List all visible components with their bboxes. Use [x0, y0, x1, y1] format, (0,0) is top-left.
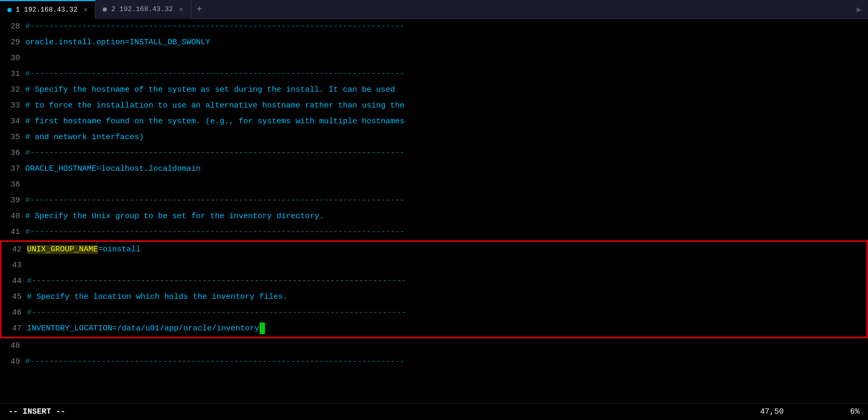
tab-1[interactable]: 1 192.168.43.32 ✕	[0, 0, 95, 19]
highlight-key-42: UNIX_GROUP_NAME	[27, 245, 98, 254]
status-position: 47,50 6%	[760, 407, 860, 416]
line-33: 33 # to force the installation to use an…	[0, 98, 868, 114]
line-32: 32 # Specify the hostname of the system …	[0, 82, 868, 98]
line-48: 48	[0, 338, 868, 354]
tab-2-indicator	[103, 7, 107, 12]
line-47: 47 INVENTORY_LOCATION=/data/u01/app/orac…	[2, 321, 866, 337]
tab-1-close[interactable]: ✕	[84, 6, 87, 14]
line-35: 35 # and network interfaces)	[0, 130, 868, 145]
editor-area: 28 #------------------------------------…	[0, 19, 868, 403]
line-49: 49 #------------------------------------…	[0, 354, 868, 370]
line-34: 34 # first hostname found on the system.…	[0, 114, 868, 130]
line-37: 37 ORACLE_HOSTNAME=localhost.localdomain	[0, 161, 868, 177]
tab-1-label: 1 192.168.43.32	[16, 6, 77, 14]
line-45: 45 # Specify the location which holds th…	[2, 289, 866, 305]
line-28: 28 #------------------------------------…	[0, 19, 868, 35]
tab-bar: 1 192.168.43.32 ✕ 2 192.168.43.32 ✕ + ▶	[0, 0, 868, 19]
cursor	[260, 323, 265, 334]
line-30: 30	[0, 51, 868, 66]
line-40: 40 # Specify the Unix group to be set fo…	[0, 209, 868, 224]
tab-1-indicator	[7, 8, 12, 12]
line-29: 29 oracle.install.option=INSTALL_DB_SWON…	[0, 35, 868, 51]
status-mode: -- INSERT --	[8, 407, 65, 416]
line-46: 46 #------------------------------------…	[2, 305, 866, 321]
line-41: 41 #------------------------------------…	[0, 224, 868, 240]
line-31: 31 #------------------------------------…	[0, 66, 868, 82]
line-39: 39 #------------------------------------…	[0, 193, 868, 209]
tab-2[interactable]: 2 192.168.43.32 ✕	[95, 0, 191, 19]
tab-2-label: 2 192.168.43.32	[111, 5, 173, 13]
line-44: 44 #------------------------------------…	[2, 274, 866, 289]
highlight-block: 42 UNIX_GROUP_NAME=oinstall 43 44 #-----…	[0, 240, 868, 338]
tab-scroll-arrow[interactable]: ▶	[850, 4, 868, 15]
new-tab-button[interactable]: +	[191, 0, 208, 19]
line-36: 36 #------------------------------------…	[0, 145, 868, 161]
line-42: 42 UNIX_GROUP_NAME=oinstall	[2, 242, 866, 258]
line-43: 43	[2, 258, 866, 274]
tab-2-close[interactable]: ✕	[179, 5, 183, 13]
line-38: 38	[0, 177, 868, 193]
status-bar: -- INSERT -- 47,50 6%	[0, 403, 868, 420]
